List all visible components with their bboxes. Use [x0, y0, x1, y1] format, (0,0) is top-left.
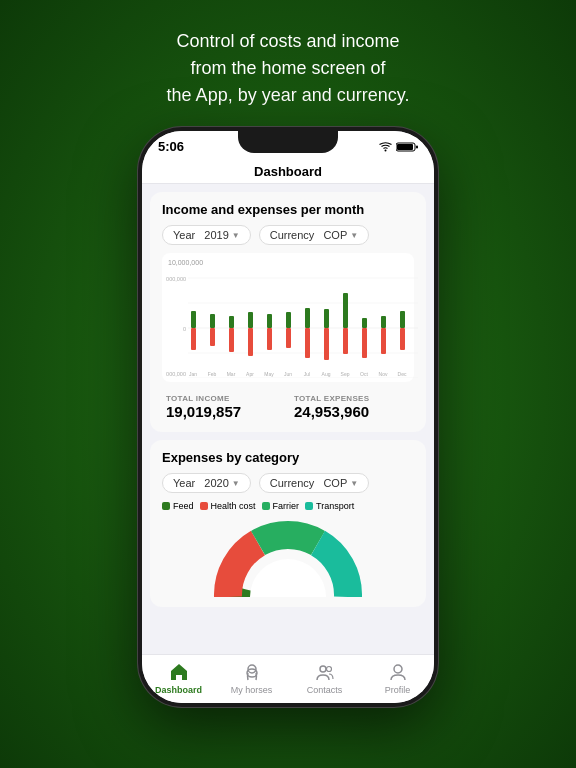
legend-health: Health cost: [200, 501, 256, 511]
svg-text:Jan: Jan: [189, 371, 197, 377]
svg-rect-20: [267, 328, 272, 350]
svg-rect-16: [229, 328, 234, 352]
svg-rect-21: [286, 312, 291, 328]
tab-myhorses[interactable]: My horses: [215, 661, 288, 695]
svg-text:-5,000,000: -5,000,000: [166, 371, 186, 377]
phone-content[interactable]: Income and expenses per month Year 2019 …: [142, 184, 434, 654]
currency-arrow: ▼: [350, 231, 358, 240]
svg-rect-25: [324, 309, 329, 328]
total-income: TOTAL INCOME 19,019,857: [166, 394, 282, 420]
total-expenses-label: TOTAL EXPENSES: [294, 394, 410, 403]
svg-rect-31: [381, 316, 386, 328]
svg-text:Jul: Jul: [304, 371, 310, 377]
svg-rect-27: [343, 293, 348, 328]
nav-bar: Dashboard: [142, 158, 434, 184]
legend-health-dot: [200, 502, 208, 510]
status-bar: 5:06: [142, 131, 434, 158]
expenses-section: Expenses by category Year 2020 ▼ Currenc…: [150, 440, 426, 607]
tab-bar: Dashboard My horses: [142, 654, 434, 703]
tab-contacts-label: Contacts: [307, 685, 343, 695]
legend: Feed Health cost Farrier Transport: [162, 501, 414, 511]
contacts-icon: [314, 661, 336, 683]
y-top: 10,000,000: [166, 259, 410, 266]
legend-feed: Feed: [162, 501, 194, 511]
legend-feed-label: Feed: [173, 501, 194, 511]
tab-dashboard[interactable]: Dashboard: [142, 661, 215, 695]
home-icon: [168, 661, 190, 683]
year-filter[interactable]: Year 2019 ▼: [162, 225, 251, 245]
svg-text:Oct: Oct: [360, 371, 368, 377]
svg-rect-33: [400, 311, 405, 328]
svg-rect-1: [397, 144, 413, 150]
svg-rect-11: [191, 311, 196, 328]
legend-farrier-dot: [262, 502, 270, 510]
total-income-label: TOTAL INCOME: [166, 394, 282, 403]
svg-rect-17: [248, 312, 253, 328]
svg-rect-30: [362, 328, 367, 358]
expenses-year-arrow: ▼: [232, 479, 240, 488]
tab-contacts[interactable]: Contacts: [288, 661, 361, 695]
legend-farrier-label: Farrier: [273, 501, 300, 511]
expenses-year-label: Year: [173, 477, 195, 489]
income-section: Income and expenses per month Year 2019 …: [150, 192, 426, 432]
expenses-year-value: 2020: [204, 477, 228, 489]
horse-icon: [241, 661, 263, 683]
total-income-value: 19,019,857: [166, 403, 282, 420]
svg-text:Sep: Sep: [341, 371, 350, 377]
svg-rect-22: [286, 328, 291, 348]
battery-icon: [396, 142, 418, 152]
expenses-year-filter[interactable]: Year 2020 ▼: [162, 473, 251, 493]
income-chart: 10,000,000 5,000,000 0 -5,000,000: [162, 253, 414, 382]
expenses-currency-arrow: ▼: [350, 479, 358, 488]
svg-rect-12: [191, 328, 196, 350]
svg-text:Apr: Apr: [246, 371, 254, 377]
expenses-currency-label: Currency: [270, 477, 315, 489]
donut-svg: 5,000: [208, 517, 368, 597]
year-arrow: ▼: [232, 231, 240, 240]
svg-point-52: [320, 666, 326, 672]
svg-rect-32: [381, 328, 386, 354]
year-value: 2019: [204, 229, 228, 241]
expenses-currency-filter[interactable]: Currency COP ▼: [259, 473, 369, 493]
profile-icon: [387, 661, 409, 683]
tab-myhorses-label: My horses: [231, 685, 273, 695]
currency-label: Currency: [270, 229, 315, 241]
svg-rect-14: [210, 328, 215, 346]
phone-mockup: 5:06 Dashboard: [138, 127, 438, 707]
currency-filter[interactable]: Currency COP ▼: [259, 225, 369, 245]
svg-rect-24: [305, 328, 310, 358]
svg-text:Nov: Nov: [379, 371, 388, 377]
tab-profile[interactable]: Profile: [361, 661, 434, 695]
expenses-filters: Year 2020 ▼ Currency COP ▼: [162, 473, 414, 493]
svg-text:Aug: Aug: [322, 371, 331, 377]
svg-rect-28: [343, 328, 348, 354]
svg-rect-15: [229, 316, 234, 328]
expenses-currency-value: COP: [323, 477, 347, 489]
legend-transport-label: Transport: [316, 501, 354, 511]
svg-text:Dec: Dec: [398, 371, 407, 377]
svg-text:May: May: [264, 371, 274, 377]
total-expenses-value: 24,953,960: [294, 403, 410, 420]
svg-point-53: [326, 667, 331, 672]
income-section-title: Income and expenses per month: [162, 202, 414, 217]
totals-row: TOTAL INCOME 19,019,857 TOTAL EXPENSES 2…: [162, 390, 414, 422]
bar-chart-svg: 5,000,000 0 -5,000,000: [166, 268, 418, 378]
page-title: Dashboard: [254, 164, 322, 179]
svg-rect-2: [416, 145, 418, 148]
svg-rect-19: [267, 314, 272, 328]
donut-chart: 5,000: [162, 517, 414, 597]
svg-text:5,000,000: 5,000,000: [166, 276, 186, 282]
headline: Control of costs and income from the hom…: [127, 28, 450, 109]
svg-rect-13: [210, 314, 215, 328]
svg-rect-29: [362, 318, 367, 328]
total-expenses: TOTAL EXPENSES 24,953,960: [294, 394, 410, 420]
svg-rect-34: [400, 328, 405, 350]
expenses-section-title: Expenses by category: [162, 450, 414, 465]
legend-health-label: Health cost: [211, 501, 256, 511]
legend-transport: Transport: [305, 501, 354, 511]
svg-text:Jun: Jun: [284, 371, 292, 377]
notch: [238, 131, 338, 153]
legend-farrier: Farrier: [262, 501, 300, 511]
legend-feed-dot: [162, 502, 170, 510]
svg-rect-23: [305, 308, 310, 328]
